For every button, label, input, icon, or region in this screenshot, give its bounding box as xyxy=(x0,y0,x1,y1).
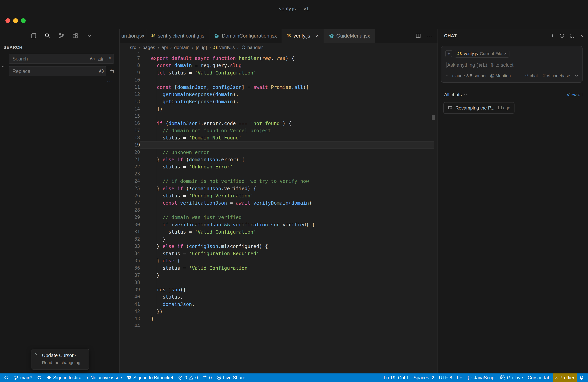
tab-sentry-client-config-js[interactable]: JSsentry.client.config.js xyxy=(147,29,210,43)
close-tab-button[interactable]: × xyxy=(315,33,319,39)
status-live-share[interactable]: Live Share xyxy=(214,373,248,382)
regex-toggle[interactable]: .* xyxy=(107,56,112,61)
model-selector[interactable]: claude-3.5-sonnet xyxy=(452,73,486,78)
replace-input[interactable] xyxy=(9,66,106,76)
breadcrumb-item-domain[interactable]: domain xyxy=(174,45,189,50)
replace-all-button[interactable]: ⇆ xyxy=(110,68,114,74)
status-notifications-bell[interactable] xyxy=(577,373,587,382)
activity-search-icon[interactable] xyxy=(43,32,51,40)
toggle-replace-button[interactable] xyxy=(1,63,5,70)
code-line-7[interactable]: 7export default async function handler(r… xyxy=(120,55,438,62)
activity-files-icon[interactable] xyxy=(30,32,37,40)
close-window-button[interactable] xyxy=(5,18,10,23)
code-line-33[interactable]: 33 } else if (configJson.misconfigured) … xyxy=(120,243,438,250)
code-line-35[interactable]: 35 } else { xyxy=(120,257,438,264)
status-eol[interactable]: LF xyxy=(454,373,464,382)
code-line-32[interactable]: 32 } xyxy=(120,235,438,243)
breadcrumb-item-verify-js[interactable]: JSverify.js xyxy=(213,45,235,50)
tab-uration-jsx[interactable]: uration.jsx xyxy=(120,29,147,43)
code-line-30[interactable]: 30 if (verificationJson && verificationJ… xyxy=(120,221,438,228)
editor-more-actions-button[interactable]: ··· xyxy=(427,33,433,39)
code-line-42[interactable]: 42 }) xyxy=(120,308,438,315)
chat-input[interactable]: Ask anything (⌘L), ⇅ to select xyxy=(447,62,514,68)
status-jira-sign-in[interactable]: Sign in to Jira xyxy=(44,373,84,382)
all-chats-dropdown[interactable]: All chats xyxy=(444,92,467,97)
code-line-19[interactable]: 19 xyxy=(120,141,438,149)
code-line-26[interactable]: 26 status = 'Pending Verification' xyxy=(120,192,438,199)
code-line-9[interactable]: 9 let status = 'Valid Configuration' xyxy=(120,69,438,76)
code-line-37[interactable]: 37 } xyxy=(120,272,438,279)
status-indentation[interactable]: Spaces: 2 xyxy=(411,373,437,382)
code-line-43[interactable]: 43} xyxy=(120,315,438,322)
status-encoding[interactable]: UTF-8 xyxy=(437,373,454,382)
status-git-sync[interactable] xyxy=(34,373,44,382)
tab-verify-js[interactable]: JSverify.js× xyxy=(282,29,324,43)
breadcrumb-item-pages[interactable]: pages xyxy=(143,45,155,50)
status-go-live[interactable]: Go Live xyxy=(498,373,525,382)
code-line-31[interactable]: 31 status = 'Valid Configuration' xyxy=(120,228,438,235)
status-cursor-position[interactable]: Ln 19, Col 1 xyxy=(381,373,411,382)
new-chat-button[interactable]: + xyxy=(551,33,554,39)
split-editor-button[interactable] xyxy=(415,33,421,39)
activity-source-control-icon[interactable] xyxy=(58,32,65,40)
view-all-link[interactable]: View all xyxy=(567,92,583,97)
code-line-34[interactable]: 34 status = 'Configuration Required' xyxy=(120,250,438,257)
code-line-20[interactable]: 20 // unknown error xyxy=(120,149,438,156)
code-line-14[interactable]: 14 ]) xyxy=(120,106,438,113)
breadcrumb-item-handler[interactable]: handler xyxy=(241,45,263,50)
code-line-36[interactable]: 36 status = 'Valid Configuration' xyxy=(120,265,438,272)
preserve-case-toggle[interactable]: AB xyxy=(99,69,104,74)
code-line-39[interactable]: 39 res.json({ xyxy=(120,286,438,293)
status-feedback[interactable]: 0 xyxy=(200,373,214,382)
code-line-6[interactable]: 6 xyxy=(120,52,438,55)
chat-history-item[interactable]: Revamping the P... 1d ago xyxy=(443,102,514,114)
submit-codebase-button[interactable]: ⌘⏎ codebase xyxy=(543,73,570,78)
code-line-40[interactable]: 40 status, xyxy=(120,293,438,300)
status-bitbucket-sign-in[interactable]: Sign in to Bitbucket xyxy=(124,373,175,382)
code-line-28[interactable]: 28 xyxy=(120,207,438,214)
search-more-actions[interactable]: ··· xyxy=(9,79,114,85)
code-line-10[interactable]: 10 xyxy=(120,76,438,84)
code-line-17[interactable]: 17 // domain not found on Vercel project xyxy=(120,127,438,134)
activity-extensions-icon[interactable] xyxy=(72,32,79,40)
code-line-12[interactable]: 12 getDomainResponse(domain), xyxy=(120,91,438,98)
code-line-41[interactable]: 41 domainJson, xyxy=(120,301,438,308)
notification-changelog-link[interactable]: Read the changelog. xyxy=(42,360,85,365)
code-line-22[interactable]: 22 status = 'Unknown Error' xyxy=(120,163,438,170)
code-line-24[interactable]: 24 // if domain is not verified, we try … xyxy=(120,178,438,185)
code-line-11[interactable]: 11 const [domainJson, configJson] = awai… xyxy=(120,84,438,91)
remove-context-button[interactable]: × xyxy=(504,51,507,56)
status-remote-indicator[interactable] xyxy=(1,373,11,382)
breadcrumb-item-slug[interactable]: [slug] xyxy=(196,45,207,50)
expand-chat-button[interactable] xyxy=(570,33,575,39)
close-chat-button[interactable]: × xyxy=(580,33,583,39)
code-line-8[interactable]: 8 const domain = req.query.slug xyxy=(120,62,438,69)
code-line-18[interactable]: 18 status = 'Domain Not Found' xyxy=(120,134,438,141)
submit-chat-button[interactable]: ↵ chat xyxy=(525,73,538,78)
activity-chevron-down-icon[interactable] xyxy=(85,32,93,40)
scrollbar-marker[interactable] xyxy=(432,115,435,120)
tab-domainconfiguration-jsx[interactable]: DomainConfiguration.jsx xyxy=(210,29,282,43)
add-context-button[interactable]: + xyxy=(445,50,452,57)
status-prettier[interactable]: ×Prettier xyxy=(553,373,577,382)
code-editor[interactable]: 67export default async function handler(… xyxy=(120,52,438,373)
code-line-23[interactable]: 23 xyxy=(120,170,438,178)
status-problems[interactable]: 00 xyxy=(176,373,200,382)
status-cursor-tab[interactable]: Cursor Tab xyxy=(525,373,553,382)
chat-history-button[interactable] xyxy=(559,33,565,39)
code-line-15[interactable]: 15 xyxy=(120,113,438,120)
code-line-16[interactable]: 16 if (domainJson?.error?.code === 'not_… xyxy=(120,120,438,127)
status-jira-active-issue[interactable]: ›No active issue xyxy=(84,373,125,382)
code-line-21[interactable]: 21 } else if (domainJson.error) { xyxy=(120,156,438,163)
match-case-toggle[interactable]: Aa xyxy=(90,56,95,61)
whole-word-toggle[interactable]: ab xyxy=(98,56,103,61)
status-language-mode[interactable]: {}JavaScript xyxy=(464,373,498,382)
tab-guidemenu-jsx[interactable]: GuideMenu.jsx xyxy=(324,29,375,43)
minimize-window-button[interactable] xyxy=(13,18,18,23)
zoom-window-button[interactable] xyxy=(21,18,26,23)
mention-button[interactable]: @ Mention xyxy=(490,73,511,78)
context-pill[interactable]: JS verify.js Current File × xyxy=(455,50,509,58)
code-line-38[interactable]: 38 xyxy=(120,279,438,286)
code-line-13[interactable]: 13 getConfigResponse(domain), xyxy=(120,98,438,105)
breadcrumb-item-src[interactable]: src xyxy=(130,45,136,50)
